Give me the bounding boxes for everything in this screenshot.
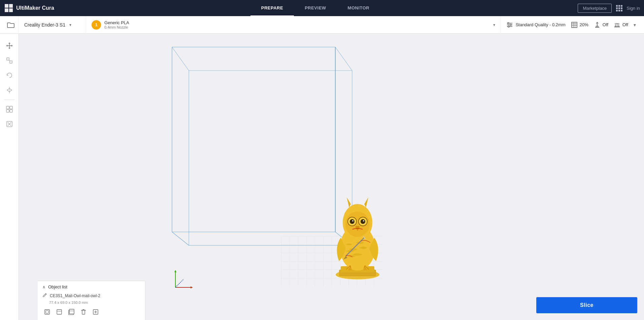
svg-marker-50 bbox=[191, 286, 193, 288]
settings-expand-icon[interactable]: ▾ bbox=[634, 22, 636, 28]
object-dimensions: 77.4 x 69.0 x 150.0 mm bbox=[49, 301, 140, 305]
move-tool-button[interactable] bbox=[3, 39, 16, 52]
svg-point-59 bbox=[345, 211, 370, 237]
support-value: Off bbox=[603, 22, 608, 27]
svg-rect-4 bbox=[616, 5, 618, 7]
object-action-icons bbox=[42, 307, 140, 317]
svg-point-62 bbox=[350, 219, 354, 224]
svg-rect-9 bbox=[621, 7, 622, 9]
slice-button-container: Slice bbox=[536, 297, 637, 313]
svg-rect-71 bbox=[57, 310, 62, 314]
support-setting[interactable]: Off bbox=[594, 22, 608, 28]
svg-point-65 bbox=[363, 220, 364, 222]
tool-separator-1 bbox=[4, 99, 15, 100]
svg-rect-3 bbox=[9, 8, 13, 12]
svg-point-18 bbox=[508, 26, 509, 27]
svg-point-57 bbox=[340, 225, 375, 271]
owl-model bbox=[320, 170, 395, 285]
svg-marker-52 bbox=[174, 270, 176, 272]
support-blocker-button[interactable] bbox=[3, 117, 16, 131]
svg-rect-70 bbox=[46, 311, 48, 313]
svg-line-66 bbox=[346, 238, 364, 256]
svg-line-67 bbox=[363, 236, 365, 239]
signin-button[interactable]: Sign in bbox=[626, 6, 640, 11]
adhesion-value: Off bbox=[622, 22, 628, 27]
svg-line-46 bbox=[335, 232, 352, 245]
printer-selector[interactable]: Creality Ender-3 S1 ▾ bbox=[19, 16, 86, 34]
top-navigation: UltiMaker Cura PREPARE PREVIEW MONITOR M… bbox=[0, 0, 644, 16]
svg-rect-1 bbox=[9, 4, 13, 8]
svg-rect-28 bbox=[6, 106, 9, 109]
svg-rect-55 bbox=[339, 270, 376, 276]
svg-rect-48 bbox=[281, 236, 382, 286]
infill-value: 20% bbox=[580, 22, 588, 27]
svg-rect-31 bbox=[10, 110, 12, 112]
infill-setting[interactable]: 20% bbox=[571, 22, 588, 28]
object-icon-4[interactable] bbox=[79, 307, 88, 317]
svg-rect-10 bbox=[616, 10, 618, 11]
svg-rect-30 bbox=[6, 110, 9, 112]
object-list-panel: ∧ Object list CE3S1_Mail-Owl-mail-owl-2 … bbox=[38, 281, 145, 320]
svg-point-54 bbox=[336, 270, 379, 279]
axes-indicator bbox=[172, 269, 196, 292]
quality-label: Standard Quality - 0.2mm bbox=[516, 22, 566, 27]
left-toolbar bbox=[0, 34, 19, 320]
svg-line-45 bbox=[172, 232, 189, 245]
print-settings-area: Standard Quality - 0.2mm 20% Off bbox=[501, 16, 641, 34]
svg-rect-24 bbox=[7, 58, 9, 60]
svg-rect-29 bbox=[10, 106, 12, 109]
svg-line-26 bbox=[9, 60, 10, 61]
svg-rect-74 bbox=[69, 309, 74, 314]
svg-rect-7 bbox=[616, 7, 618, 9]
svg-rect-12 bbox=[621, 10, 622, 11]
object-list-title: Object list bbox=[48, 284, 67, 289]
object-icon-2[interactable] bbox=[55, 307, 64, 317]
marketplace-button[interactable]: Marketplace bbox=[578, 4, 612, 13]
svg-rect-6 bbox=[621, 5, 622, 7]
app-title: UltiMaker Cura bbox=[16, 5, 54, 11]
tab-monitor[interactable]: MONITOR bbox=[337, 0, 380, 16]
nav-right: Marketplace Sign in bbox=[573, 4, 640, 13]
object-edit-icon[interactable] bbox=[42, 293, 47, 298]
svg-line-41 bbox=[335, 47, 352, 71]
material-chevron-icon: ▾ bbox=[493, 23, 495, 27]
rotate-tool-button[interactable] bbox=[3, 69, 16, 82]
svg-point-60 bbox=[348, 217, 357, 226]
open-file-button[interactable] bbox=[3, 16, 19, 34]
main-area: ∧ Object list CE3S1_Mail-Owl-mail-owl-2 … bbox=[0, 34, 644, 320]
svg-point-58 bbox=[343, 204, 372, 241]
object-icon-5[interactable] bbox=[91, 307, 100, 317]
per-model-settings-button[interactable] bbox=[3, 103, 16, 116]
nav-tabs: PREPARE PREVIEW MONITOR bbox=[62, 0, 569, 16]
apps-grid-icon[interactable] bbox=[616, 5, 622, 11]
svg-rect-0 bbox=[5, 4, 8, 8]
svg-point-16 bbox=[508, 23, 509, 24]
svg-rect-5 bbox=[618, 5, 620, 7]
svg-rect-56 bbox=[341, 266, 374, 272]
tab-prepare[interactable]: PREPARE bbox=[250, 0, 294, 16]
svg-rect-69 bbox=[45, 310, 49, 314]
slice-button[interactable]: Slice bbox=[536, 297, 637, 313]
3d-viewport[interactable]: ∧ Object list CE3S1_Mail-Owl-mail-owl-2 … bbox=[19, 34, 644, 320]
svg-rect-19 bbox=[572, 22, 577, 28]
mirror-tool-button[interactable] bbox=[3, 83, 16, 97]
object-list-chevron-icon[interactable]: ∧ bbox=[42, 285, 45, 289]
material-selector[interactable]: 1 Generic PLA 0.4mm Nozzle ▾ bbox=[86, 16, 501, 34]
tab-preview[interactable]: PREVIEW bbox=[294, 0, 337, 16]
settings-icon[interactable]: Standard Quality - 0.2mm bbox=[506, 22, 566, 28]
object-name: CE3S1_Mail-Owl-mail-owl-2 bbox=[50, 293, 100, 298]
svg-rect-11 bbox=[618, 10, 620, 11]
app-logo: UltiMaker Cura bbox=[4, 3, 58, 13]
toolbar-bar: Creality Ender-3 S1 ▾ 1 Generic PLA 0.4m… bbox=[0, 16, 644, 34]
object-icon-1[interactable] bbox=[42, 307, 52, 317]
logo-icon bbox=[4, 3, 13, 13]
svg-point-61 bbox=[359, 217, 367, 226]
material-info: Generic PLA 0.4mm Nozzle bbox=[104, 20, 129, 29]
material-badge: 1 bbox=[92, 20, 101, 30]
scale-tool-button[interactable] bbox=[3, 54, 16, 67]
adhesion-setting[interactable]: Off bbox=[614, 22, 628, 28]
svg-rect-25 bbox=[10, 61, 12, 63]
object-icon-3[interactable] bbox=[67, 307, 76, 317]
object-list-header: ∧ Object list bbox=[42, 284, 140, 289]
svg-rect-8 bbox=[618, 7, 620, 9]
